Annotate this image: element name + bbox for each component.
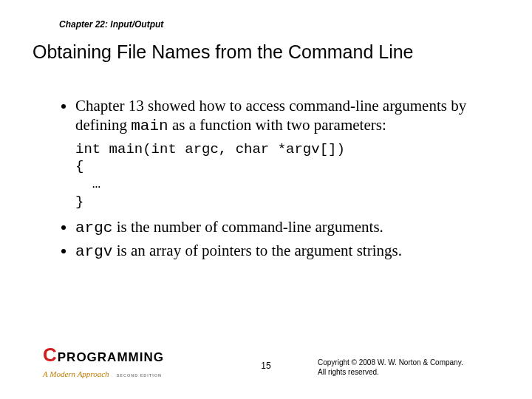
bullet-3: argv is an array of pointers to the argu… [75,241,491,262]
code-line-1: int main(int argc, char *argv[]) [75,141,345,157]
bullet-1: Chapter 13 showed how to access command-… [75,96,491,137]
footer: C PROGRAMMING A Modern Approach SECOND E… [0,347,532,381]
code-line-3: … [75,176,100,192]
bullet-3-post: is an array of pointers to the argument … [112,242,402,259]
logo-programming: PROGRAMMING [58,350,164,365]
bullet-1-post: as a function with two parameters: [168,116,386,134]
page-number: 15 [261,361,270,371]
page-title: Obtaining File Names from the Command Li… [33,41,517,63]
content-area: Chapter 13 showed how to access command-… [59,96,491,265]
logo-edition: SECOND EDITION [117,373,162,378]
bullet-2-code: argc [75,219,112,236]
copyright-line-2: All rights reserved. [318,367,480,377]
bullet-3-code: argv [75,243,112,260]
bullet-2: argc is the number of command-line argum… [75,217,491,238]
code-line-2: { [75,158,83,174]
logo: C PROGRAMMING A Modern Approach SECOND E… [43,344,191,380]
chapter-label: Chapter 22: Input/Output [59,19,163,30]
code-line-4: } [75,194,83,210]
logo-c: C [43,344,56,366]
bullet-1-code: main [131,117,168,134]
code-block: int main(int argc, char *argv[]) { … } [75,141,491,211]
copyright-line-1: Copyright © 2008 W. W. Norton & Company. [318,358,480,367]
bullet-2-post: is the number of command-line arguments. [112,218,383,236]
copyright: Copyright © 2008 W. W. Norton & Company.… [318,358,480,377]
logo-subtitle: A Modern Approach [43,369,109,378]
